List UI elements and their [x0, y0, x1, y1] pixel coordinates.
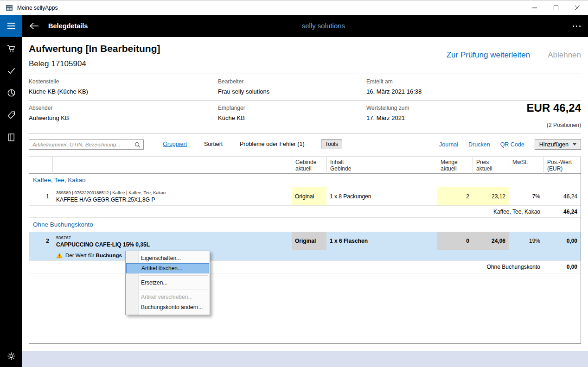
info-label: Kostenstelle — [29, 78, 59, 85]
subtotal-label: Kaffee, Tee, Kakao — [493, 206, 540, 217]
column-header-wert: Pos.-Wert(EUR) — [543, 157, 581, 174]
warning-icon — [56, 253, 63, 259]
divider — [29, 133, 581, 134]
app-name: selly solutions — [302, 15, 345, 37]
row-warning: Der Wert für Buchungs — [56, 251, 122, 259]
group-subtotal-row: Kaffee, Tee, Kakao 46,24 — [29, 205, 581, 218]
menu-button[interactable] — [0, 15, 22, 37]
divider — [29, 100, 581, 101]
subtotal-value: 0,00 — [543, 261, 581, 273]
back-button[interactable] — [28, 20, 41, 32]
row-number: 1 — [29, 187, 52, 205]
menu-item-ersetzen[interactable]: Ersetzen... — [126, 278, 210, 288]
app-icon — [6, 4, 13, 12]
cart-icon[interactable] — [0, 37, 22, 59]
column-header — [29, 157, 52, 174]
more-icon[interactable] — [573, 15, 581, 37]
cell-menge[interactable]: 0 — [437, 232, 473, 250]
article-description: 506767 CAPPUCCINO CAFE-LIQ 15% 0,35L — [52, 232, 292, 248]
main-content: Aufwertung [In Bearbeitung] Beleg 171059… — [22, 37, 588, 367]
tools-button[interactable]: Tools — [321, 139, 342, 149]
close-button[interactable] — [567, 0, 588, 15]
cell-preis[interactable]: 24,06 — [473, 232, 509, 250]
document-number: Beleg 17105904 — [29, 59, 86, 69]
menu-item-artikel-loeschen[interactable]: Artikel löschen... — [126, 263, 209, 273]
divider — [29, 74, 581, 74]
column-header — [52, 157, 292, 174]
add-button[interactable]: Hinzufügen — [535, 139, 581, 150]
positions-table: Gebindeaktuell InhaltGebinde Mengeaktuel… — [29, 157, 581, 344]
problems-filter[interactable]: Probleme oder Fehler (1) — [240, 141, 305, 147]
window-controls — [524, 0, 588, 15]
menu-separator — [140, 275, 208, 276]
total-amount: EUR 46,24 — [527, 101, 581, 114]
cell-menge[interactable]: 2 — [437, 187, 473, 205]
footer-strip — [22, 351, 588, 367]
group-header[interactable]: Kaffee, Tee, Kakao — [29, 174, 581, 187]
article-name: KAFFEE HAG GEGR.GETR.25X1,8G P — [56, 196, 288, 203]
menu-item-eigenschaften[interactable]: Eigenschaften... — [126, 253, 210, 263]
price-tag-icon[interactable] — [0, 104, 22, 126]
gear-icon[interactable] — [0, 345, 22, 367]
add-button-label: Hinzufügen — [539, 141, 569, 148]
chevron-down-icon — [573, 143, 576, 146]
app-window: Meine sellyApps Belegdetails selly solut… — [0, 0, 588, 367]
document-title: Aufwertung [In Bearbeitung] — [29, 43, 160, 54]
cell-gebinde[interactable]: Original — [292, 232, 326, 250]
menu-item-buchungskonto-aendern[interactable]: Buchungskonto ändern... — [126, 302, 210, 312]
column-header-menge: Mengeaktuell — [437, 157, 473, 174]
subtotal-value: 46,24 — [543, 206, 581, 217]
journal-book-icon[interactable] — [0, 126, 22, 148]
group-subtotal-row: Ohne Buchungskonto 0,00 — [29, 260, 581, 273]
group-header[interactable]: Ohne Buchungskonto — [29, 218, 581, 232]
checkmark-icon[interactable] — [0, 59, 22, 82]
cell-mwst: 7% — [509, 187, 543, 205]
article-description: 369389 | 07622200188512 | Kaffee | Kaffe… — [52, 187, 292, 203]
cell-wert: 0,00 — [543, 232, 581, 250]
maximize-button[interactable] — [545, 0, 567, 15]
info-value: Frau selly solutions — [218, 88, 269, 95]
cell-gebinde[interactable]: Original — [292, 187, 326, 205]
titlebar: Meine sellyApps — [0, 0, 588, 15]
toolbar-right: Journal Drucken QR Code Hinzufügen — [439, 139, 581, 150]
info-label: Erstellt am — [366, 78, 393, 85]
print-link[interactable]: Drucken — [468, 141, 490, 148]
row-number: 2 — [29, 232, 52, 250]
info-label: Wertstellung zum — [366, 105, 409, 111]
table-row-selected[interactable]: 2 506767 CAPPUCCINO CAFE-LIQ 15% 0,35L D… — [29, 232, 581, 260]
table-row[interactable]: 1 369389 | 07622200188512 | Kaffee | Kaf… — [29, 187, 581, 205]
info-value: 16. März 2021 16:38 — [366, 88, 422, 95]
info-value: Aufwertung KB — [29, 114, 69, 121]
article-name: CAPPUCCINO CAFE-LIQ 15% 0,35L — [56, 241, 288, 248]
sidebar — [0, 37, 22, 367]
page-title: Belegdetails — [48, 15, 88, 37]
reject-link[interactable]: Ablehnen — [548, 51, 581, 60]
info-value: 17. März 2021 — [366, 114, 405, 121]
search-box — [29, 139, 144, 150]
grouped-toggle[interactable]: Gruppiert — [163, 141, 187, 147]
subtotal-label: Ohne Buchungskonto — [487, 261, 540, 273]
forward-for-review-link[interactable]: Zur Prüfung weiterleiten — [447, 51, 530, 60]
column-header-mwst: MwSt. — [509, 157, 543, 174]
article-meta: 369389 | 07622200188512 | Kaffee | Kaffe… — [56, 190, 288, 195]
total-positions: (2 Positionen) — [547, 122, 581, 128]
cell-preis[interactable]: 23,12 — [473, 187, 509, 205]
info-value: Küche KB — [218, 114, 245, 121]
context-menu: Eigenschaften... Artikel löschen... Erse… — [125, 251, 210, 315]
info-label: Absender — [29, 105, 52, 111]
pie-chart-icon[interactable] — [0, 82, 22, 104]
search-icon[interactable] — [134, 142, 141, 148]
article-meta: 506767 — [56, 235, 288, 240]
menu-item-artikel-verschieben: Artikel verschieben... — [126, 292, 210, 302]
info-label: Bearbeiter — [218, 78, 243, 85]
search-input[interactable] — [29, 140, 143, 149]
qr-code-link[interactable]: QR Code — [500, 141, 524, 148]
menu-separator — [140, 290, 208, 290]
app-header: Belegdetails selly solutions — [0, 15, 588, 37]
cell-mwst: 19% — [509, 232, 543, 250]
journal-link[interactable]: Journal — [439, 141, 458, 148]
table-header: Gebindeaktuell InhaltGebinde Mengeaktuel… — [29, 157, 581, 174]
minimize-button[interactable] — [524, 0, 545, 15]
sorted-toggle[interactable]: Sortiert — [204, 141, 223, 147]
document-actions: Zur Prüfung weiterleiten Ablehnen — [447, 51, 581, 60]
